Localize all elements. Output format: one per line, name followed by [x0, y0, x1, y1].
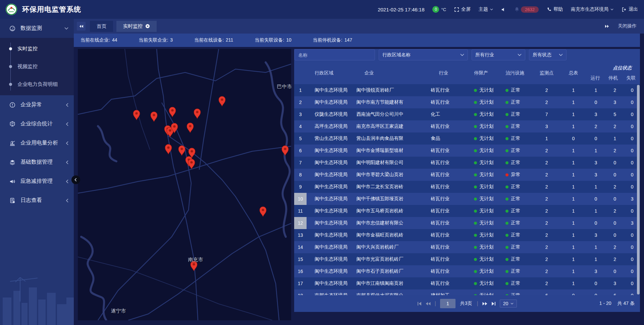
- cell-limit: 无计划: [465, 280, 498, 286]
- table-row[interactable]: 14阆中生态环境局阆中大兴页岩机砖厂砖瓦行业无计划正常21120: [294, 241, 640, 253]
- region-filter-select[interactable]: 行政区域名称: [379, 49, 468, 60]
- double-left-icon: [79, 24, 84, 28]
- total-pages-label: 共3页: [460, 301, 472, 307]
- map-pin[interactable]: [169, 107, 176, 117]
- cell-facility: 正常: [498, 196, 533, 202]
- status-dot: [474, 173, 477, 176]
- table-row[interactable]: 18南部生态环境局南部县双佳水泥有限公建材加工无计划正常60060: [294, 289, 640, 295]
- table-row[interactable]: 17阆中生态环境局阆中市江南镇阆南页岩砖瓦行业无计划正常21030: [294, 277, 640, 289]
- table-row[interactable]: 12阆中生态环境局阆中市忠信建材有限公砖瓦行业无计划正常21003: [294, 217, 640, 229]
- theme-dropdown[interactable]: 主题: [479, 6, 493, 12]
- sidebar-item-3[interactable]: 企业综合统计: [0, 114, 74, 133]
- cell-limit: 无计划: [465, 184, 498, 190]
- close-icon[interactable]: [145, 24, 150, 29]
- table-row[interactable]: 11阆中生态环境局阆中市五马桥页岩机砖砖瓦行业无计划正常21120: [294, 205, 640, 217]
- notifications-button[interactable]: 2632: [514, 6, 539, 13]
- help-button[interactable]: 帮助: [547, 6, 563, 12]
- cell-industry: 砖瓦行业: [431, 172, 465, 178]
- map-pin[interactable]: [178, 146, 185, 156]
- map-pin[interactable]: [151, 112, 157, 122]
- table-row[interactable]: 16阆中生态环境局阆中市石子页岩机砖厂砖瓦行业无计划正常21300: [294, 265, 640, 277]
- status-dot: [474, 234, 477, 237]
- table-row[interactable]: 7阆中生态环境局阆中明阳建材有限公司砖瓦行业无计划正常21300: [294, 157, 640, 169]
- close-operations-button[interactable]: 关闭操作: [618, 23, 637, 29]
- name-filter-input[interactable]: [294, 49, 375, 60]
- cell-company: 阆中市金博瑞新型墙材: [357, 148, 431, 154]
- pagination-range: 1 - 20 共 47 条: [599, 301, 635, 307]
- sidebar: 数据监测实时监控视频监控企业电力负荷明细企业异常企业综合统计企业用电量分析基础数…: [0, 19, 74, 325]
- gauge-icon: [9, 25, 15, 32]
- status-dot: [505, 185, 508, 188]
- cell-running: 0: [586, 281, 605, 286]
- tabs-scroll-left-button[interactable]: [77, 22, 86, 31]
- fullscreen-button[interactable]: 全屏: [454, 6, 471, 12]
- org-dropdown[interactable]: 南充市生态环境局: [571, 6, 613, 12]
- cell-facility: 正常: [498, 256, 533, 262]
- column-facility: 治污设施: [498, 70, 533, 76]
- sidebar-submenu: 实时监控视频监控企业电力负荷明细: [0, 38, 74, 95]
- industry-filter-select[interactable]: 所有行业: [472, 49, 525, 60]
- theme-label: 主题: [479, 6, 488, 12]
- tab-2[interactable]: 实时监控: [116, 21, 157, 32]
- table-row[interactable]: 4高坪生态环境局南充市高坪区王家店建砖瓦行业无计划正常31220: [294, 120, 640, 132]
- sidebar-subitem[interactable]: 视频监控: [0, 58, 74, 75]
- cell-industry: 砖瓦行业: [431, 256, 465, 262]
- status-filter-select[interactable]: 所有状态: [529, 49, 567, 60]
- chevron-left-icon: [74, 178, 78, 182]
- cell-facility: 正常: [498, 208, 533, 214]
- table-row[interactable]: 2阆中生态环境局阆中市南方节能建材有砖瓦行业无计划正常21030: [294, 96, 640, 108]
- cell-running: 3: [586, 112, 605, 117]
- cell-company: 阆中市枣碧大梁山页岩: [357, 172, 431, 178]
- table-row[interactable]: 6阆中生态环境局阆中市金博瑞新型墙材砖瓦行业无计划正常21120: [294, 145, 640, 157]
- prev-page-button[interactable]: [426, 302, 431, 306]
- cell-company: 阆中市南方节能建材有: [357, 99, 431, 105]
- table-row[interactable]: 13阆中生态环境局阆中市金福旺页岩机砖砖瓦行业无计划正常21300: [294, 229, 640, 241]
- next-page-button[interactable]: [482, 302, 487, 306]
- map-pin[interactable]: [260, 207, 266, 217]
- sidebar-item-2[interactable]: 企业异常: [0, 95, 74, 114]
- facility-text: 正常: [511, 256, 520, 262]
- map-pin[interactable]: [188, 159, 195, 169]
- cell-index: 3: [294, 112, 307, 117]
- sidebar-item-1[interactable]: 数据监测: [0, 19, 74, 38]
- cell-points: 2: [533, 232, 560, 238]
- facility-text: 正常: [511, 268, 520, 274]
- sidebar-item-5[interactable]: 基础数据管理: [0, 153, 74, 172]
- map-pin[interactable]: [133, 110, 140, 120]
- map-city-label: 遂宁市: [111, 308, 126, 314]
- map-pin[interactable]: [194, 109, 201, 119]
- cell-index: 16: [294, 269, 307, 274]
- table-row[interactable]: 15阆中生态环境局阆中市光富页岩机砖厂砖瓦行业无计划正常21120: [294, 253, 640, 265]
- collapse-map-button[interactable]: [71, 175, 80, 184]
- cell-index: 18: [294, 293, 307, 295]
- page-size-select[interactable]: 20: [500, 300, 517, 308]
- sidebar-item-7[interactable]: 日志查看: [0, 191, 74, 210]
- tabs-scroll-right-button[interactable]: [605, 24, 609, 28]
- table-row[interactable]: 1阆中生态环境局阆中强锐页岩砖厂砖瓦行业无计划正常21120: [294, 84, 640, 96]
- cell-limit: 无计划: [465, 232, 498, 238]
- cell-limit: 无计划: [465, 220, 498, 226]
- table-scrollbar[interactable]: [637, 85, 640, 294]
- stat-label: 当前在线设备:: [194, 37, 224, 43]
- last-page-button[interactable]: [491, 302, 496, 306]
- table-row[interactable]: 10阆中生态环境局阆中千佛镇五郎垭页岩砖瓦行业无计划正常21003: [294, 193, 640, 205]
- map-pin[interactable]: [187, 123, 194, 133]
- tab-1[interactable]: 首页: [90, 21, 113, 32]
- facility-text: 异常: [511, 172, 520, 178]
- first-page-button[interactable]: [417, 302, 422, 306]
- table-row[interactable]: 5营山生态环境局营山县润丰肉食品有限食品无计划正常10010: [294, 132, 640, 145]
- logout-button[interactable]: 退出: [622, 6, 638, 12]
- sidebar-subitem[interactable]: 企业电力负荷明细: [0, 75, 74, 93]
- sidebar-item-6[interactable]: 应急减排管理: [0, 172, 74, 191]
- table-row[interactable]: 8阆中生态环境局阆中市枣碧大梁山页岩砖瓦行业无计划异常21300: [294, 169, 640, 181]
- page-number-input[interactable]: [440, 299, 455, 308]
- table-row[interactable]: 9阆中生态环境局阆中市二龙长宝页岩砖砖瓦行业无计划正常21120: [294, 181, 640, 193]
- sidebar-item-4[interactable]: 企业用电量分析: [0, 133, 74, 153]
- table-row[interactable]: 3仪陇生态环境局西南油气田分公司川中化工无计划正常71350: [294, 108, 640, 120]
- map-pin[interactable]: [165, 144, 172, 154]
- mute-button[interactable]: [501, 7, 506, 12]
- map-pin[interactable]: [282, 146, 288, 156]
- map-panel[interactable]: 巴中市南充市遂宁市: [78, 49, 291, 320]
- sidebar-subitem[interactable]: 实时监控: [0, 40, 74, 58]
- map-pin[interactable]: [219, 96, 225, 106]
